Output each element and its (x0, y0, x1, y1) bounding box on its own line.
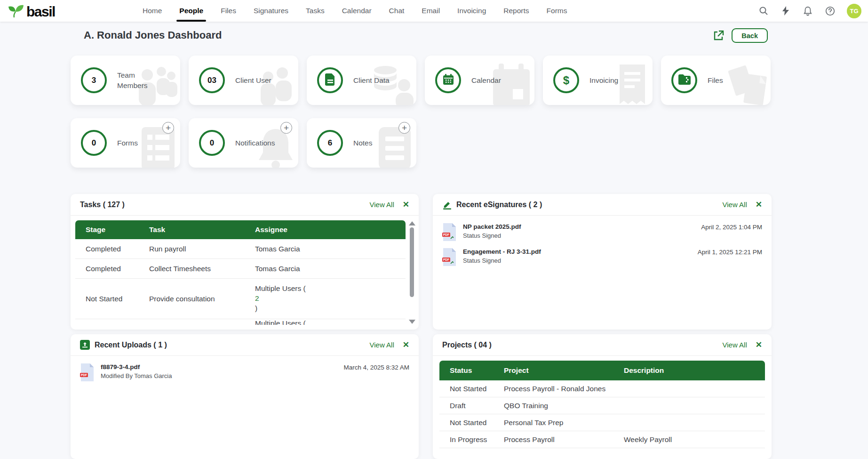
tasks-close-icon[interactable]: ✕ (403, 201, 409, 209)
scroll-down-icon[interactable] (409, 320, 415, 324)
nav-forms[interactable]: Forms (547, 0, 567, 22)
task-row[interactable]: Not Started Provide consultation Multipl… (75, 279, 406, 319)
upload-item[interactable]: PDF f8879-3-4.pdf Modified By Tomas Garc… (80, 361, 409, 386)
file-date: April 2, 2025 1:04 PM (701, 223, 762, 231)
task-row[interactable]: Completed Run payroll Tomas Garcia (75, 239, 406, 259)
task-name: Collect Timesheets (139, 265, 245, 273)
nav-signatures[interactable]: Signatures (254, 0, 288, 22)
esignature-item[interactable]: PDF NP packet 2025.pdf Status Signed Apr… (442, 220, 762, 245)
back-button[interactable]: Back (732, 28, 768, 43)
nav-people[interactable]: People (179, 0, 203, 22)
file-meta: NP packet 2025.pdf Status Signed (463, 223, 521, 239)
esignatures-close-icon[interactable]: ✕ (756, 201, 762, 209)
card-notes[interactable]: + 6 Notes (307, 118, 416, 168)
scrollbar-thumb[interactable] (410, 227, 414, 297)
nav-home[interactable]: Home (143, 0, 162, 22)
projects-close-icon[interactable]: ✕ (756, 341, 762, 349)
esignatures-title: Recent eSignatures ( 2 ) (456, 201, 542, 209)
file-name: Engagement - RJ 3-31.pdf (463, 248, 541, 255)
calendar-label: Calendar (471, 75, 501, 86)
esignatures-view-all-link[interactable]: View All (722, 201, 747, 209)
card-calendar[interactable]: Calendar (425, 56, 534, 105)
tasks-table-header: Stage Task Assignee (75, 220, 406, 239)
tasks-panel-header: Tasks ( 127 ) View All ✕ (71, 194, 419, 216)
uploads-panel-header: Recent Uploads ( 1 ) View All ✕ (71, 334, 419, 356)
topbar: basil Home People Files Signatures Tasks… (0, 0, 868, 22)
project-row[interactable]: Draft QBO Training (439, 397, 765, 414)
invoicing-label: Invoicing (589, 75, 618, 86)
nav-reports[interactable]: Reports (503, 0, 529, 22)
scroll-up-icon[interactable] (409, 221, 415, 225)
file-meta: f8879-3-4.pdf Modified By Tomas Garcia (101, 363, 172, 379)
card-files[interactable]: Files (661, 56, 771, 105)
leaf-logo-icon (7, 1, 25, 22)
card-notifications[interactable]: + 0 Notifications (189, 118, 298, 168)
uploads-view-all-link[interactable]: View All (369, 341, 394, 349)
receipt-watermark-icon (615, 64, 650, 105)
nav-tasks[interactable]: Tasks (306, 0, 325, 22)
card-team-members[interactable]: 3 Team Members (71, 56, 180, 105)
tasks-scrollbar[interactable] (408, 221, 415, 324)
invoicing-icon-circle: $ (553, 67, 579, 93)
file-status: Status Signed (463, 232, 521, 239)
nav-invoicing[interactable]: Invoicing (457, 0, 486, 22)
external-link-icon[interactable] (712, 30, 725, 42)
notes-count: 6 (328, 138, 332, 148)
projects-view-all-link[interactable]: View All (722, 341, 747, 349)
card-client-user[interactable]: 03 Client User (189, 56, 298, 105)
tasks-col-stage: Stage (75, 225, 139, 234)
client-user-count: 03 (207, 76, 216, 85)
add-notification-button[interactable]: + (280, 122, 292, 134)
bell-icon[interactable] (803, 6, 813, 16)
nav-chat[interactable]: Chat (389, 0, 405, 22)
assignee-count-link[interactable]: 2 (255, 294, 406, 304)
card-client-data[interactable]: Client Data (307, 56, 416, 105)
file-name: NP packet 2025.pdf (463, 223, 521, 230)
task-assignee: Tomas Garcia (245, 245, 406, 253)
task-row[interactable]: Completed Collect Timesheets Tomas Garci… (75, 259, 406, 279)
client-data-label: Client Data (353, 75, 390, 86)
team-members-count-circle: 3 (81, 67, 107, 93)
tasks-panel: Tasks ( 127 ) View All ✕ Stage Task Assi… (71, 194, 419, 330)
papers-watermark-icon (725, 64, 768, 105)
search-icon[interactable] (758, 6, 769, 16)
nav-files[interactable]: Files (221, 0, 236, 22)
calendar-icon-circle (435, 67, 461, 93)
project-name: Personal Tax Prep (494, 419, 613, 427)
project-row[interactable]: Not Started Process Payroll - Ronald Jon… (439, 380, 765, 397)
nav-email[interactable]: Email (422, 0, 440, 22)
project-status: Draft (439, 402, 494, 410)
task-assignee: Multiple Users ( (245, 319, 406, 325)
uploads-panel: Recent Uploads ( 1 ) View All ✕ PDF f887… (71, 334, 419, 459)
project-row[interactable]: Not Started Personal Tax Prep (439, 414, 765, 431)
task-row-partial[interactable]: Multiple Users ( (75, 319, 406, 325)
page-title: A. Ronald Jones Dashboard (84, 29, 222, 41)
main-nav: Home People Files Signatures Tasks Calen… (143, 0, 567, 22)
bolt-icon[interactable] (780, 6, 791, 16)
task-stage: Not Started (75, 295, 139, 303)
task-stage: Completed (75, 245, 139, 253)
nav-calendar[interactable]: Calendar (342, 0, 372, 22)
project-row[interactable]: In Progress Process Payroll Weekly Payro… (439, 431, 765, 448)
client-user-label: Client User (235, 75, 271, 86)
add-note-button[interactable]: + (398, 122, 410, 134)
card-forms[interactable]: + 0 Forms (71, 118, 180, 168)
brand-logo[interactable]: basil (7, 1, 55, 22)
avatar[interactable]: TG (847, 4, 861, 18)
client-user-count-circle: 03 (199, 67, 225, 93)
esignature-item[interactable]: PDF Engagement - RJ 3-31.pdf Status Sign… (442, 245, 762, 270)
tasks-col-task: Task (139, 225, 245, 234)
help-icon[interactable] (825, 6, 835, 16)
tasks-view-all-link[interactable]: View All (369, 201, 394, 209)
uploads-list: PDF f8879-3-4.pdf Modified By Tomas Garc… (71, 356, 419, 386)
add-form-button[interactable]: + (162, 122, 174, 134)
task-assignee: Multiple Users ( 2 ) (245, 284, 406, 314)
client-data-icon-circle (317, 67, 343, 93)
assignee-multiple-suffix: ) (255, 304, 406, 314)
project-name: QBO Training (494, 402, 613, 410)
pdf-file-icon: PDF (442, 223, 456, 241)
svg-text:PDF: PDF (81, 373, 87, 377)
uploads-close-icon[interactable]: ✕ (403, 341, 409, 349)
tasks-title: Tasks ( 127 ) (80, 201, 125, 209)
card-invoicing[interactable]: $ Invoicing (543, 56, 653, 105)
